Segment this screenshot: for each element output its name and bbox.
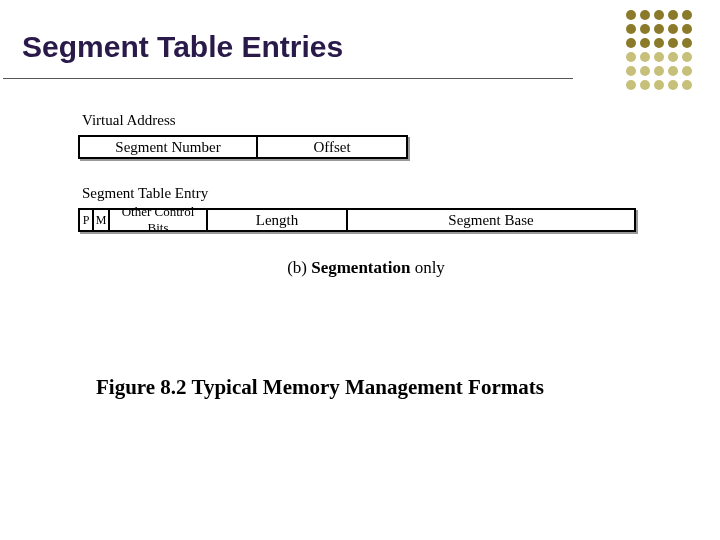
title-underline [3,78,573,79]
decorative-dot-grid [626,10,692,90]
sub-caption-suffix: only [410,258,444,277]
ste-p-field: P [78,208,94,232]
sub-caption-bold: Segmentation [311,258,410,277]
va-segment-number-field: Segment Number [78,135,258,159]
figure-caption-text: Figure 8.2 Typical Memory Management For… [96,375,544,399]
figure-body: Virtual Address Segment Number Offset Se… [78,112,654,278]
segment-table-entry-box: P M Other Control Bits Length Segment Ba… [78,208,654,232]
virtual-address-label: Virtual Address [82,112,654,129]
ste-length-field: Length [208,208,348,232]
ste-other-control-bits-field: Other Control Bits [110,208,208,232]
sub-caption-prefix: (b) [287,258,311,277]
slide-title: Segment Table Entries [22,30,343,64]
va-offset-field: Offset [258,135,408,159]
segment-table-entry-label: Segment Table Entry [82,185,654,202]
sub-caption: (b) Segmentation only [78,258,654,278]
virtual-address-box: Segment Number Offset [78,135,654,159]
ste-m-field: M [94,208,110,232]
figure-caption: Figure 8.2 Typical Memory Management For… [96,375,544,400]
ste-segment-base-field: Segment Base [348,208,636,232]
